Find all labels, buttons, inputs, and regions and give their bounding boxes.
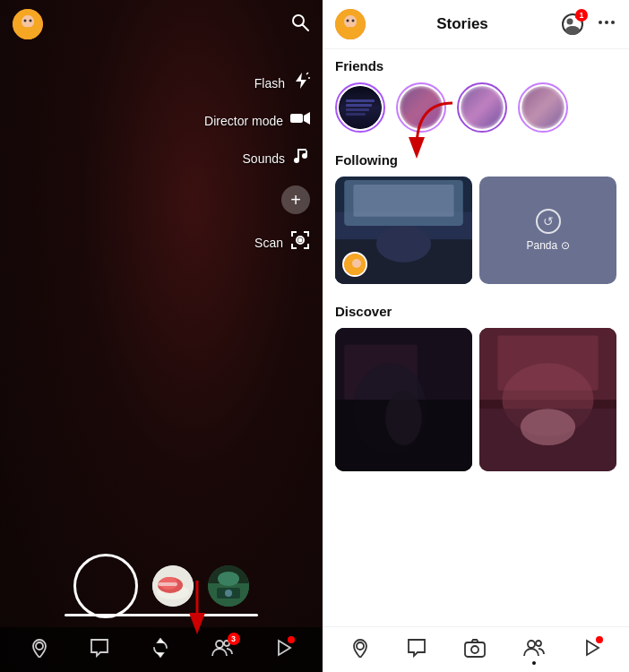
right-nav-map[interactable] <box>350 638 370 658</box>
flash-label: Flash <box>254 76 285 90</box>
svg-point-16 <box>302 153 307 159</box>
add-button[interactable]: + <box>281 185 310 214</box>
following-panda-story[interactable]: ↺ Panda ⊙ <box>479 177 616 284</box>
scan-icon <box>290 230 310 254</box>
svg-point-66 <box>385 391 422 445</box>
add-story-button[interactable]: 1 <box>559 11 586 38</box>
stories-scroll[interactable]: Friends <box>323 49 629 626</box>
friend-avatar-inner-4 <box>521 86 564 129</box>
svg-point-75 <box>471 646 478 653</box>
svg-point-73 <box>357 642 364 650</box>
right-user-avatar[interactable] <box>335 9 366 39</box>
svg-marker-11 <box>304 112 310 125</box>
friends-section-title: Friends <box>323 49 629 79</box>
director-mode-control[interactable]: Director mode <box>204 110 310 131</box>
right-nav-friends[interactable] <box>523 638 545 658</box>
camera-controls: Flash Director mode Sounds <box>204 72 310 254</box>
svg-point-38 <box>344 15 357 28</box>
friend-blurred-avatar-4 <box>521 86 564 129</box>
sounds-control[interactable]: Sounds <box>243 147 310 169</box>
svg-line-8 <box>306 73 308 74</box>
discover-grid <box>323 324 629 482</box>
svg-point-77 <box>536 641 541 646</box>
svg-rect-12 <box>298 149 306 151</box>
svg-line-6 <box>303 24 309 30</box>
stories-container: Friends <box>323 49 629 482</box>
svg-point-1 <box>22 15 34 28</box>
music-icon <box>292 147 310 169</box>
search-icon[interactable] <box>290 13 310 37</box>
friend-avatar-ring-3 <box>457 82 507 133</box>
friend-story-1[interactable] <box>335 82 385 133</box>
scan-control[interactable]: Scan <box>254 230 310 254</box>
friend-avatar-inner-1 <box>339 86 382 129</box>
flash-control[interactable]: Flash <box>254 72 310 94</box>
svg-point-44 <box>565 26 580 35</box>
director-mode-label: Director mode <box>204 114 283 128</box>
svg-marker-33 <box>158 653 163 657</box>
friend-story-2[interactable] <box>396 82 446 133</box>
right-nav-chat[interactable] <box>407 638 427 658</box>
play-badge <box>288 636 295 643</box>
nav-play-icon[interactable] <box>273 638 293 658</box>
left-bottom-nav: 3 <box>0 627 323 672</box>
friends-badge: 3 <box>228 633 240 645</box>
svg-point-72 <box>521 409 575 445</box>
user-avatar[interactable] <box>13 9 43 39</box>
svg-point-30 <box>225 590 232 597</box>
flash-icon <box>292 72 310 94</box>
svg-point-3 <box>24 20 27 22</box>
friend-story-4[interactable] <box>518 82 568 133</box>
friend-avatar-ring-4 <box>518 82 568 133</box>
friend-story-3[interactable] <box>457 82 507 133</box>
home-indicator <box>65 614 258 616</box>
svg-point-40 <box>347 20 349 22</box>
svg-rect-10 <box>290 114 303 123</box>
nav-friends-icon[interactable]: 3 <box>211 638 233 658</box>
svg-point-15 <box>294 158 299 163</box>
svg-point-50 <box>611 21 615 24</box>
right-nav-camera[interactable] <box>464 638 486 658</box>
svg-point-43 <box>566 19 573 25</box>
friend-blurred-avatar-2 <box>400 86 443 129</box>
nav-map-icon[interactable] <box>30 638 49 658</box>
nav-camera-rotate-icon[interactable] <box>151 638 170 658</box>
nav-chat-icon[interactable] <box>90 638 109 658</box>
stories-top-bar: Stories 1 <box>323 0 629 49</box>
svg-point-41 <box>352 20 355 22</box>
stories-actions: 1 <box>559 11 616 38</box>
following-section-title: Following <box>323 143 629 173</box>
friend-keyboard-avatar <box>339 86 382 129</box>
car-story-bg <box>335 177 472 284</box>
red-arrow-indicator <box>179 581 215 634</box>
sounds-label: Sounds <box>243 151 285 166</box>
svg-point-4 <box>30 20 32 22</box>
svg-point-48 <box>599 21 602 24</box>
camera-top-bar <box>0 0 323 48</box>
more-options-button[interactable] <box>597 13 616 36</box>
friend-avatar-ring-2 <box>396 82 446 133</box>
svg-rect-25 <box>158 582 177 586</box>
right-play-badge <box>596 636 603 643</box>
friend-avatar-inner-3 <box>461 86 504 129</box>
right-nav-play[interactable] <box>582 638 601 658</box>
camera-panel: Flash Director mode Sounds <box>0 0 323 672</box>
svg-point-57 <box>376 226 431 263</box>
friend-avatar-inner-2 <box>400 86 443 129</box>
stories-title: Stories <box>436 15 488 33</box>
camera-bottom: 3 <box>0 536 323 672</box>
following-car-story[interactable] <box>335 177 472 284</box>
discover-item-1[interactable] <box>335 328 472 471</box>
following-grid: ↺ Panda ⊙ <box>323 173 629 295</box>
svg-point-59 <box>352 259 361 268</box>
refresh-icon: ↺ <box>536 209 561 234</box>
stories-panel: Stories 1 <box>323 0 629 672</box>
friends-row <box>323 79 629 143</box>
discover-item-2[interactable] <box>479 328 616 471</box>
svg-point-31 <box>36 642 43 650</box>
discover-section-title: Discover <box>323 295 629 324</box>
panda-label: Panda ⊙ <box>526 239 569 252</box>
capture-button[interactable] <box>73 554 138 618</box>
svg-point-18 <box>299 239 302 242</box>
friend-blurred-avatar-3 <box>461 86 504 129</box>
